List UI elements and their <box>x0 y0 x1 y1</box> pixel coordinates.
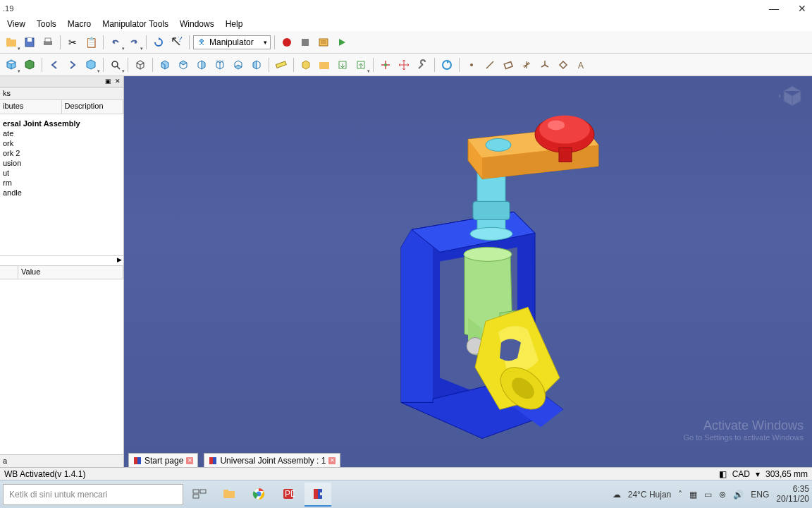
macro-run-button[interactable] <box>333 34 350 51</box>
iso-view-button[interactable] <box>132 56 149 73</box>
taskbar-pdf-icon[interactable]: PDF <box>275 483 302 507</box>
menu-help[interactable]: Help <box>220 18 249 30</box>
view-top-button[interactable] <box>175 56 192 73</box>
view-right-button[interactable] <box>193 56 210 73</box>
search-input[interactable]: Ketik di sini untuk mencari <box>3 484 183 505</box>
cut-button[interactable]: ✂ <box>64 34 81 51</box>
part-button[interactable]: ▾ <box>3 56 20 73</box>
svg-rect-14 <box>276 61 286 67</box>
whatsthis-button[interactable]: ? <box>168 34 185 51</box>
macro-list-button[interactable] <box>315 34 332 51</box>
navigation-cube[interactable] <box>778 82 806 110</box>
tree-scroll-right-icon[interactable]: ▶ <box>117 256 122 265</box>
panel-tab[interactable]: ks <box>0 87 123 100</box>
nav-style-dropdown-icon[interactable]: ▾ <box>756 469 760 479</box>
tree-item[interactable]: rm <box>0 178 123 188</box>
group-button[interactable] <box>21 56 38 73</box>
tray-volume-icon[interactable]: 🔊 <box>733 490 744 500</box>
menu-windows[interactable]: Windows <box>174 18 220 30</box>
tree-item[interactable]: ut <box>0 168 123 178</box>
3d-viewport[interactable]: Activate Windows Go to Settings to activ… <box>124 76 812 467</box>
taskbar-explorer-icon[interactable] <box>216 483 242 507</box>
close-button[interactable]: ✕ <box>795 4 809 13</box>
workbench-selector[interactable]: Manipulator <box>193 35 271 49</box>
folder-button[interactable] <box>316 56 333 73</box>
nav-back-button[interactable] <box>46 56 63 73</box>
export-button[interactable]: ▾ <box>352 56 369 73</box>
link-button[interactable]: ▾ <box>82 56 99 73</box>
draft-point-button[interactable] <box>463 56 480 73</box>
tree-item[interactable]: ork <box>0 138 123 148</box>
svg-text:?: ? <box>178 37 183 44</box>
nav-style-label[interactable]: CAD <box>732 469 750 479</box>
menu-macro[interactable]: Macro <box>62 18 97 30</box>
draft-text-button[interactable]: A <box>573 56 590 73</box>
recompute-button[interactable] <box>438 56 455 73</box>
toolbar-view: ▾ ▾ ▾ ▾ A <box>0 54 812 76</box>
svg-text:PDF: PDF <box>285 489 295 499</box>
macro-record-button[interactable] <box>278 34 295 51</box>
tray-battery-icon[interactable]: ▭ <box>704 490 712 500</box>
menu-manipulator-tools[interactable]: Manipulator Tools <box>97 18 174 30</box>
tray-wifi-icon[interactable]: ⊚ <box>719 490 726 500</box>
property-grid[interactable] <box>0 279 123 454</box>
model-tree[interactable]: ersal Joint Assembly ate ork ork 2 usion… <box>0 114 123 255</box>
draft-tripod-button[interactable] <box>536 56 553 73</box>
align-button[interactable] <box>377 56 394 73</box>
menu-tools[interactable]: Tools <box>31 18 62 30</box>
panel-close-button[interactable]: ✕ <box>113 78 122 86</box>
undo-button[interactable]: ▾ <box>107 34 124 51</box>
tree-root[interactable]: ersal Joint Assembly <box>0 119 123 128</box>
tools-button[interactable] <box>414 56 431 73</box>
tray-clock[interactable]: 6:35 20/11/20 <box>776 485 809 503</box>
svg-rect-5 <box>45 38 51 42</box>
taskbar-chrome-icon[interactable] <box>245 483 272 507</box>
weather-icon[interactable]: ☁ <box>613 490 621 500</box>
prop-header-value[interactable]: Value <box>18 266 123 279</box>
panel-bottom-tab[interactable]: a <box>0 454 123 467</box>
tray-chevron-icon[interactable]: ˄ <box>678 490 682 500</box>
tree-item[interactable]: ate <box>0 128 123 138</box>
paste-button[interactable]: 📋 <box>82 34 99 51</box>
print-button[interactable] <box>39 34 56 51</box>
zoom-button[interactable]: ▾ <box>107 56 124 73</box>
tree-item[interactable]: andle <box>0 188 123 198</box>
view-left-button[interactable] <box>248 56 265 73</box>
draft-line-button[interactable] <box>481 56 498 73</box>
tree-item[interactable]: ork 2 <box>0 148 123 158</box>
draft-rect-button[interactable] <box>500 56 517 73</box>
import-button[interactable] <box>334 56 351 73</box>
svg-point-35 <box>539 115 590 143</box>
view-rear-button[interactable] <box>211 56 228 73</box>
measure-button[interactable] <box>273 56 290 73</box>
move-button[interactable] <box>395 56 412 73</box>
tree-item[interactable]: usion <box>0 158 123 168</box>
task-view-button[interactable] <box>186 483 213 507</box>
macro-stop-button[interactable] <box>297 34 314 51</box>
tree-header-description[interactable]: Description <box>62 100 124 114</box>
tab-close-button[interactable]: ✕ <box>328 457 336 464</box>
open-button[interactable]: ▾ <box>3 34 20 51</box>
tab-close-button[interactable]: ✕ <box>186 457 193 464</box>
view-bottom-button[interactable] <box>230 56 247 73</box>
svg-rect-1 <box>6 38 11 41</box>
tree-header-labels[interactable]: ibutes <box>0 100 62 114</box>
tray-lang[interactable]: ENG <box>751 490 769 500</box>
save-button[interactable] <box>21 34 38 51</box>
shape-button[interactable] <box>297 56 314 73</box>
redo-button[interactable]: ▾ <box>125 34 142 51</box>
taskbar-freecad-icon[interactable] <box>304 483 331 507</box>
view-front-button[interactable] <box>156 56 173 73</box>
menu-view[interactable]: View <box>1 18 31 30</box>
draft-axis-button[interactable] <box>518 56 535 73</box>
tab-start-page[interactable]: Start page ✕ <box>128 453 198 467</box>
panel-float-button[interactable]: ▣ <box>104 78 112 86</box>
draft-diamond-button[interactable] <box>555 56 572 73</box>
nav-forward-button[interactable] <box>64 56 81 73</box>
tray-network-icon[interactable]: ▦ <box>689 490 697 500</box>
tab-document[interactable]: Universal Joint Assembly : 1 ✕ <box>204 453 340 467</box>
weather-text[interactable]: 24°C Hujan <box>628 490 672 500</box>
minimize-button[interactable]: — <box>767 4 781 13</box>
nav-style-icon[interactable]: ◧ <box>719 469 727 479</box>
refresh-button[interactable] <box>150 34 167 51</box>
